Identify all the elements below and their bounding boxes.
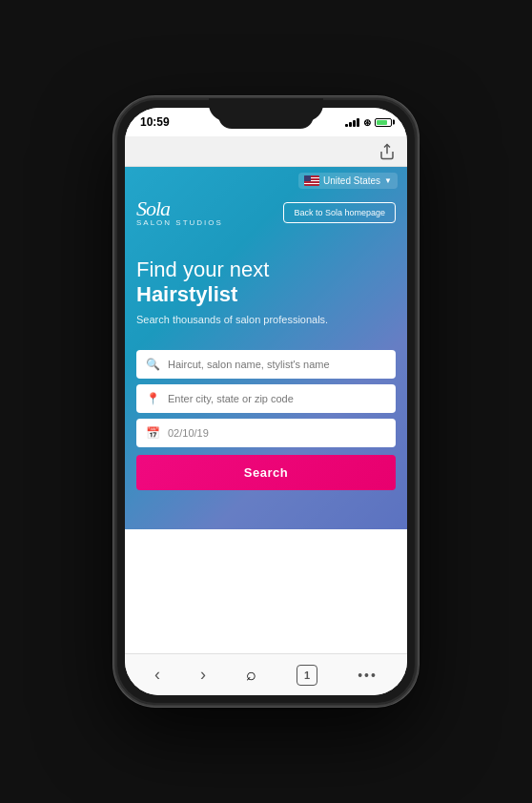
phone-frame: 10:59 ⊛: [113, 96, 419, 707]
wifi-icon: ⊛: [363, 117, 371, 128]
search-form: 🔍 📍 📅 Search: [125, 340, 407, 500]
hero-heading-bold: Hairstylist: [136, 282, 396, 307]
flag-icon: [304, 175, 319, 186]
status-icons: ⊛: [345, 117, 392, 128]
tab-counter: 1: [297, 665, 317, 686]
country-selector[interactable]: United States ▼: [298, 173, 398, 189]
search-input-wrapper: 🔍: [136, 350, 396, 379]
calendar-icon: 📅: [146, 426, 160, 440]
nav-search-button[interactable]: ⌕: [236, 659, 266, 690]
nav-back-button[interactable]: ‹: [145, 659, 170, 690]
chevron-down-icon: ▼: [384, 176, 392, 185]
hero-heading-light: Find your next: [136, 257, 269, 281]
battery-icon: [375, 118, 392, 127]
hero-text: Find your next Hairstylist Search thousa…: [125, 238, 407, 340]
status-time: 10:59: [140, 115, 170, 129]
date-input-wrapper: 📅: [136, 419, 396, 447]
location-icon: 📍: [146, 392, 160, 405]
hero-subheading: Search thousands of salon professionals.: [136, 314, 396, 325]
logo-bar: Sola SALON STUDIOS Back to Sola homepage: [125, 195, 407, 238]
bottom-nav: ‹ › ⌕ 1 •••: [125, 653, 407, 695]
nav-more-button[interactable]: •••: [348, 662, 387, 689]
search-input[interactable]: [168, 359, 386, 370]
status-bar: 10:59 ⊛: [125, 108, 407, 136]
hero-section: United States ▼ Sola SALON STUDIOS Back …: [125, 167, 407, 529]
dots-icon: •••: [358, 668, 378, 683]
back-to-homepage-button[interactable]: Back to Sola homepage: [283, 202, 396, 223]
search-icon: 🔍: [146, 358, 160, 371]
location-input-wrapper: 📍: [136, 384, 396, 413]
app-content: United States ▼ Sola SALON STUDIOS Back …: [125, 167, 407, 653]
date-input[interactable]: [168, 427, 386, 439]
browser-bar: [125, 136, 407, 167]
sola-logo: Sola SALON STUDIOS: [136, 198, 223, 227]
nav-tabs-button[interactable]: 1: [287, 659, 327, 691]
signal-icon: [345, 117, 359, 127]
country-label: United States: [323, 175, 380, 186]
phone-screen: 10:59 ⊛: [125, 108, 407, 695]
search-button[interactable]: Search: [136, 455, 396, 490]
share-icon[interactable]: [379, 143, 396, 160]
location-input[interactable]: [168, 393, 386, 404]
nav-forward-button[interactable]: ›: [191, 659, 215, 690]
